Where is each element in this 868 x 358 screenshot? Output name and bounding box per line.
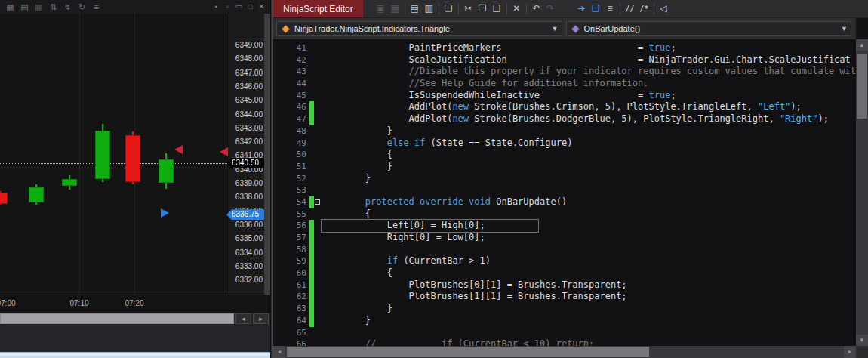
- candle: [125, 135, 140, 182]
- line-number: 59: [273, 255, 306, 267]
- fold-column: [314, 125, 322, 137]
- time-axis[interactable]: 07:0007:1007:20: [0, 295, 270, 313]
- comment-icon[interactable]: //: [623, 0, 637, 17]
- code-line-60[interactable]: 60 {: [273, 267, 856, 279]
- scroll-down-icon[interactable]: ▼: [856, 335, 868, 346]
- properties-icon[interactable]: ≡: [89, 0, 103, 14]
- horizontal-scrollbar-thumb[interactable]: [287, 347, 649, 357]
- code-line-48[interactable]: 48 }: [273, 125, 856, 137]
- code-line-51[interactable]: 51 }: [273, 161, 856, 173]
- code-line-42[interactable]: 42 ScaleJustification = NinjaTrader.Gui.…: [273, 54, 856, 66]
- price-tick: 6333.00: [230, 262, 263, 270]
- fold-marker-icon[interactable]: [315, 199, 320, 205]
- chart-plot-area[interactable]: [0, 14, 229, 295]
- code-line-54[interactable]: 54 protected override void OnBarUpdate(): [273, 196, 856, 208]
- price-tick: 6335.00: [230, 234, 263, 242]
- class-dropdown[interactable]: NinjaTrader.NinjaScript.Indicators.Trian…: [276, 21, 562, 36]
- code-line-45[interactable]: 45 IsSuspendedWhileInactive = true;: [273, 90, 856, 102]
- code-line-62[interactable]: 62 PlotBrushes[1][1] = Brushes.Transpare…: [273, 291, 856, 303]
- code-line-57[interactable]: 57 Right[0] = Low[0];: [273, 232, 856, 244]
- low-price-marker: 6336.75: [226, 209, 264, 220]
- code-text: // if (CurrentBar < 10) return;: [322, 338, 594, 346]
- toolbar-separator: [405, 4, 405, 14]
- chart-horizontal-scrollbar[interactable]: ◂ ▸: [0, 313, 270, 325]
- vertical-scrollbar-thumb[interactable]: [857, 54, 867, 119]
- dock-window-icon[interactable]: ▪: [211, 0, 222, 14]
- chart-panel: ▦▤▥⇅↯↻≡ ▪▫▭□✕ 6349.006348.006347.006346.…: [0, 0, 270, 358]
- scroll-left-icon[interactable]: ◂: [273, 346, 285, 358]
- code-line-61[interactable]: 61 PlotBrushes[0][1] = Brushes.Transpare…: [273, 279, 856, 292]
- code-line-56[interactable]: 56 Left[0] = High[0];: [273, 220, 856, 232]
- cut-icon[interactable]: ✂: [461, 0, 476, 17]
- chart-scroll-left-icon[interactable]: ◂: [235, 313, 251, 324]
- chart-scrollbar-thumb[interactable]: [0, 313, 234, 324]
- price-tick: 6332.00: [230, 276, 263, 284]
- code-line-53[interactable]: 53: [273, 184, 856, 196]
- price-tick: 6336.00: [230, 221, 263, 229]
- script-template-icon[interactable]: ❏: [442, 0, 456, 17]
- code-line-63[interactable]: 63 }: [273, 303, 856, 315]
- toolbar-separator: [439, 4, 439, 14]
- minimize-icon[interactable]: ▭: [233, 0, 245, 14]
- code-editor[interactable]: 41 PaintPriceMarkers = true;42 ScaleJust…: [273, 39, 856, 346]
- editor-toolbar: ▣▦▤▥❏✂❐❑✕↶↷➔❏≡///*◁: [374, 0, 671, 17]
- line-number: 47: [273, 113, 306, 125]
- close-icon[interactable]: ✕: [256, 0, 267, 14]
- code-line-59[interactable]: 59 if (CurrentBar > 1): [273, 255, 856, 267]
- undo-icon[interactable]: ↶: [529, 0, 543, 17]
- bar-type-icon[interactable]: ▥: [32, 0, 46, 14]
- code-line-65[interactable]: 65: [273, 327, 856, 339]
- price-tick: 6342.00: [230, 137, 263, 146]
- scroll-right-icon[interactable]: ▸: [844, 346, 856, 358]
- code-snippet-icon[interactable]: ❏: [589, 0, 603, 17]
- delete-icon[interactable]: ✕: [509, 0, 524, 17]
- scroll-up-icon[interactable]: ▲: [856, 39, 868, 51]
- fold-column: [314, 338, 322, 346]
- collapse-regions-icon[interactable]: ≡: [603, 0, 617, 17]
- code-line-49[interactable]: 49 else if (State == State.Configure): [273, 137, 856, 150]
- print-icon[interactable]: ▤: [408, 0, 422, 17]
- code-line-44[interactable]: 44 //See Help Guide for additional infor…: [273, 78, 856, 90]
- goto-definition-icon[interactable]: ➔: [574, 0, 589, 17]
- code-line-43[interactable]: 43 //Disable this property if your indic…: [273, 66, 856, 78]
- chart-side-scrollbar[interactable]: [264, 14, 270, 295]
- indicators-icon[interactable]: ⇅: [46, 0, 60, 14]
- code-line-47[interactable]: 47 AddPlot(new Stroke(Brushes.DodgerBlue…: [273, 113, 856, 125]
- line-number: 56: [273, 220, 306, 232]
- line-number: 54: [273, 196, 306, 208]
- chart-window-buttons: ▪▫▭□✕: [211, 0, 267, 14]
- code-line-50[interactable]: 50 {: [273, 149, 856, 161]
- print-preview-icon[interactable]: ▥: [422, 0, 436, 17]
- copy-icon[interactable]: ❐: [476, 0, 490, 17]
- method-dropdown[interactable]: OnBarUpdate() ▼: [566, 21, 852, 36]
- maximize-icon[interactable]: □: [245, 0, 256, 14]
- snapshot-icon[interactable]: ▤: [17, 0, 32, 14]
- uncomment-icon[interactable]: /*: [637, 0, 651, 17]
- chart-scroll-right-icon[interactable]: ▸: [253, 313, 269, 324]
- code-line-64[interactable]: 64 }: [273, 315, 856, 327]
- code-line-66[interactable]: 66 // if (CurrentBar < 10) return;: [273, 338, 856, 346]
- line-number: 61: [273, 279, 306, 292]
- fold-column: [314, 101, 322, 113]
- editor-vertical-scrollbar[interactable]: ▲ ▼: [856, 39, 868, 346]
- ninjatrader-app: ▦▤▥⇅↯↻≡ ▪▫▭□✕ 6349.006348.006347.006346.…: [0, 0, 868, 358]
- code-line-46[interactable]: 46 AddPlot(new Stroke(Brushes.Crimson, 5…: [273, 101, 856, 113]
- code-line-41[interactable]: 41 PaintPriceMarkers = true;: [273, 42, 856, 54]
- time-tick: 07:20: [122, 299, 147, 307]
- paste-icon[interactable]: ❑: [490, 0, 504, 17]
- chart-style-icon[interactable]: ▦: [3, 0, 17, 14]
- chevron-down-icon: ▼: [841, 25, 848, 32]
- code-line-52[interactable]: 52 }: [273, 173, 856, 185]
- editor-horizontal-scrollbar[interactable]: ◂ ▸: [273, 346, 856, 358]
- price-tick: 6347.00: [230, 69, 263, 77]
- float-window-icon[interactable]: ▫: [222, 0, 233, 14]
- save-icon: ▣: [374, 0, 388, 17]
- drawing-tools-icon[interactable]: ↯: [60, 0, 75, 14]
- fold-column: [314, 90, 322, 102]
- line-number: 41: [273, 42, 306, 54]
- compile-icon[interactable]: ◁: [657, 0, 671, 17]
- reload-icon[interactable]: ↻: [75, 0, 89, 14]
- class-dropdown-value: NinjaTrader.NinjaScript.Indicators.Trian…: [294, 24, 549, 33]
- code-line-55[interactable]: 55 {: [273, 208, 856, 221]
- code-line-58[interactable]: 58: [273, 244, 856, 256]
